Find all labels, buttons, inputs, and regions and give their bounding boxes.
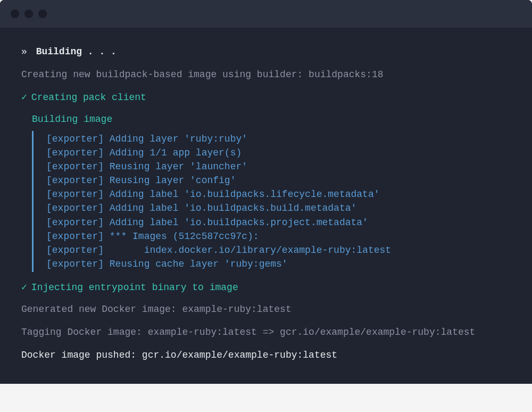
exporter-line: [exporter] index.docker.io/library/examp… bbox=[44, 243, 511, 257]
step-label: Injecting entrypoint binary to image bbox=[31, 282, 238, 293]
pushed-image-line: Docker image pushed: gcr.io/example/exam… bbox=[21, 348, 511, 362]
exporter-line: [exporter] Adding label 'io.buildpacks.p… bbox=[44, 216, 511, 229]
terminal-window: » Building . . . Creating new buildpack-… bbox=[0, 0, 532, 384]
step-label: Creating pack client bbox=[31, 92, 146, 103]
exporter-line: [exporter] *** Images (512c587cc97c): bbox=[44, 229, 511, 243]
exporter-line: [exporter] Adding layer 'ruby:ruby' bbox=[44, 132, 511, 146]
exporter-line: [exporter] Adding 1/1 app layer(s) bbox=[44, 146, 511, 160]
exporter-line: [exporter] Adding label 'io.buildpacks.b… bbox=[44, 201, 511, 215]
exporter-line: [exporter] Reusing cache layer 'ruby:gem… bbox=[44, 257, 511, 271]
exporter-line: [exporter] Reusing layer 'config' bbox=[44, 174, 511, 187]
step-injecting-entrypoint: ✓Injecting entrypoint binary to image bbox=[21, 281, 511, 295]
building-image-label: Building image bbox=[21, 112, 511, 127]
exporter-line: [exporter] Reusing layer 'launcher' bbox=[44, 160, 511, 174]
header-text: Building . . . bbox=[36, 46, 117, 57]
terminal-body: » Building . . . Creating new buildpack-… bbox=[0, 28, 532, 384]
title-bar bbox=[0, 0, 532, 28]
check-icon: ✓ bbox=[21, 92, 27, 103]
check-icon: ✓ bbox=[21, 282, 27, 293]
header-arrow: » bbox=[21, 46, 27, 57]
exporter-output-block: [exporter] Adding layer 'ruby:ruby' [exp… bbox=[32, 131, 511, 272]
tagging-image-line: Tagging Docker image: example-ruby:lates… bbox=[21, 325, 511, 340]
traffic-light-close[interactable] bbox=[11, 10, 19, 18]
build-header: » Building . . . bbox=[21, 45, 511, 59]
exporter-line: [exporter] Adding label 'io.buildpacks.l… bbox=[44, 187, 511, 201]
generated-image-line: Generated new Docker image: example-ruby… bbox=[21, 302, 511, 317]
traffic-light-minimize[interactable] bbox=[24, 10, 33, 18]
traffic-light-maximize[interactable] bbox=[38, 10, 47, 18]
step-creating-pack-client: ✓Creating pack client bbox=[21, 90, 511, 105]
creating-image-line: Creating new buildpack-based image using… bbox=[21, 68, 511, 82]
